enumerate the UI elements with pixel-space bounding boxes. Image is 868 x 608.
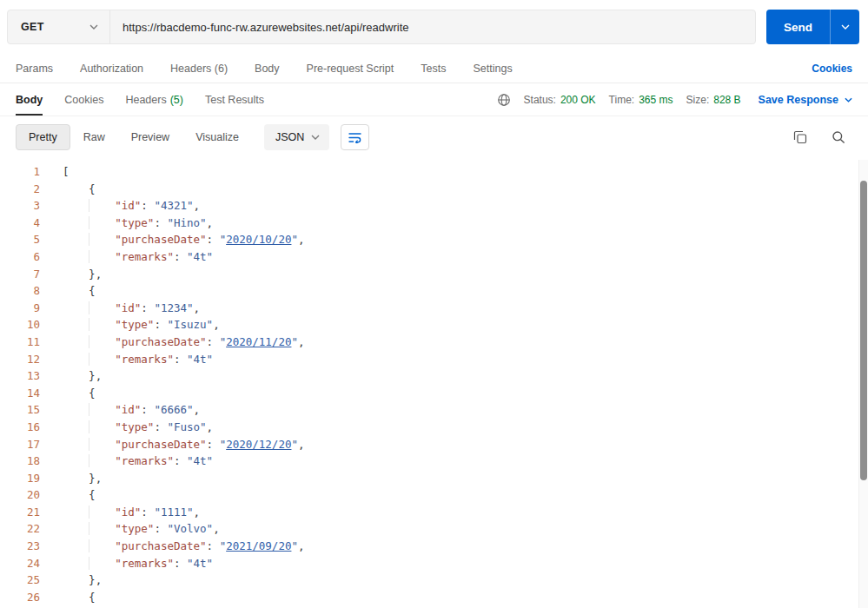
scrollbar-thumb[interactable]	[860, 181, 867, 480]
json-link[interactable]: 2020/12/20	[226, 438, 291, 451]
json-link[interactable]: 2020/11/20	[226, 335, 291, 348]
json-indent	[63, 318, 115, 331]
json-indent	[63, 506, 115, 519]
json-punctuation: ,	[194, 506, 201, 519]
line-number: 12	[0, 351, 40, 368]
json-indent	[63, 557, 115, 570]
line-number: 5	[0, 231, 40, 248]
json-indent	[63, 182, 89, 195]
response-tab-headers[interactable]: Headers (5)	[125, 83, 183, 116]
line-number: 24	[0, 555, 40, 572]
code-line: 20 {	[0, 486, 868, 504]
json-key: "id"	[115, 403, 141, 416]
view-tab-pretty[interactable]: Pretty	[16, 124, 70, 150]
code-line: 25 },	[0, 572, 868, 589]
line-number: 22	[0, 520, 40, 538]
size-indicator: Size: 828 B	[686, 94, 741, 106]
view-tab-visualize[interactable]: Visualize	[182, 124, 252, 150]
json-punctuation: :	[154, 420, 167, 433]
line-wrap-button[interactable]	[341, 124, 369, 150]
json-string: "1234"	[154, 301, 193, 314]
json-indent	[63, 335, 115, 348]
scrollbar-track[interactable]	[858, 160, 868, 608]
json-indent	[63, 454, 115, 467]
line-number: 25	[0, 572, 40, 589]
json-link[interactable]: 2020/10/20	[226, 233, 291, 246]
url-input[interactable]	[110, 10, 755, 43]
format-dropdown[interactable]: JSON	[264, 124, 329, 150]
line-wrap-icon	[348, 132, 361, 143]
json-string: "	[291, 233, 298, 246]
response-tab-test-results[interactable]: Test Results	[205, 83, 264, 116]
line-number: 4	[0, 215, 40, 232]
json-punctuation: ,	[213, 522, 220, 535]
code-line: 14 {	[0, 385, 868, 402]
code-line: 3 "id": "4321",	[0, 197, 868, 215]
tab-settings[interactable]: Settings	[473, 63, 512, 75]
response-tab-cookies[interactable]: Cookies	[64, 83, 103, 116]
json-indent	[63, 472, 89, 485]
response-body-viewer[interactable]: 1[2 {3 "id": "4321",4 "type": "Hino",5 "…	[0, 158, 868, 608]
save-response-button[interactable]: Save Response	[759, 94, 852, 106]
tab-headers[interactable]: Headers (6)	[170, 63, 228, 75]
json-string: "	[291, 539, 298, 552]
json-key: "purchaseDate"	[115, 233, 206, 246]
response-tabs: Body Cookies Headers (5) Test Results	[16, 83, 264, 116]
network-info-icon[interactable]	[497, 93, 511, 107]
tab-pre-request-script[interactable]: Pre-request Script	[307, 63, 394, 75]
json-punctuation: :	[174, 454, 187, 467]
json-string: "Hino"	[167, 216, 206, 229]
line-number: 7	[0, 266, 40, 283]
json-link[interactable]: 2021/09/20	[226, 539, 291, 552]
format-label: JSON	[275, 131, 304, 143]
response-tab-body[interactable]: Body	[16, 83, 43, 116]
tab-body[interactable]: Body	[255, 63, 280, 75]
json-string: "1111"	[154, 506, 193, 519]
json-punctuation: },	[89, 268, 102, 281]
code-line: 17 "purchaseDate": "2020/12/20",	[0, 436, 868, 453]
json-key: "type"	[115, 318, 154, 331]
json-string: "Fuso"	[167, 420, 206, 433]
line-number: 18	[0, 453, 40, 470]
code-line: 6 "remarks": "4t"	[0, 248, 868, 266]
send-dropdown-button[interactable]	[830, 10, 859, 44]
view-tab-preview[interactable]: Preview	[118, 124, 182, 150]
json-string: "	[291, 438, 298, 451]
json-punctuation: },	[89, 573, 102, 586]
response-header: Body Cookies Headers (5) Test Results St…	[0, 83, 868, 116]
code-line: 18 "remarks": "4t"	[0, 453, 868, 470]
json-indent	[63, 539, 115, 552]
json-punctuation: },	[89, 369, 102, 382]
code-line: 15 "id": "6666",	[0, 401, 868, 419]
json-string: "4321"	[154, 199, 193, 212]
json-punctuation: [	[63, 165, 70, 178]
json-punctuation: :	[141, 403, 154, 416]
code-line: 23 "purchaseDate": "2021/09/20",	[0, 538, 868, 555]
send-button[interactable]: Send	[766, 10, 830, 44]
tab-tests[interactable]: Tests	[421, 63, 446, 75]
json-key: "remarks"	[115, 353, 174, 366]
json-indent	[63, 284, 89, 297]
code-line: 1[	[0, 163, 868, 181]
cookies-link[interactable]: Cookies	[812, 63, 852, 75]
method-selector[interactable]: GET	[8, 10, 110, 43]
tab-params[interactable]: Params	[16, 63, 53, 75]
json-punctuation: :	[207, 233, 220, 246]
search-button[interactable]	[832, 130, 845, 144]
code-line: 12 "remarks": "4t"	[0, 351, 868, 368]
tab-authorization[interactable]: Authorization	[80, 63, 143, 75]
code-line: 2 {	[0, 181, 868, 198]
json-indent	[63, 301, 115, 314]
copy-button[interactable]	[793, 130, 807, 144]
code-line: 5 "purchaseDate": "2020/10/20",	[0, 231, 868, 248]
view-tab-raw[interactable]: Raw	[70, 124, 118, 150]
code-line: 4 "type": "Hino",	[0, 215, 868, 232]
json-key: "remarks"	[115, 250, 174, 263]
json-key: "type"	[115, 420, 154, 433]
json-punctuation: :	[141, 506, 154, 519]
line-number: 3	[0, 197, 40, 215]
json-indent	[63, 522, 115, 535]
json-indent	[63, 233, 115, 246]
size-label: Size:	[686, 94, 710, 106]
send-group: Send	[766, 10, 859, 44]
